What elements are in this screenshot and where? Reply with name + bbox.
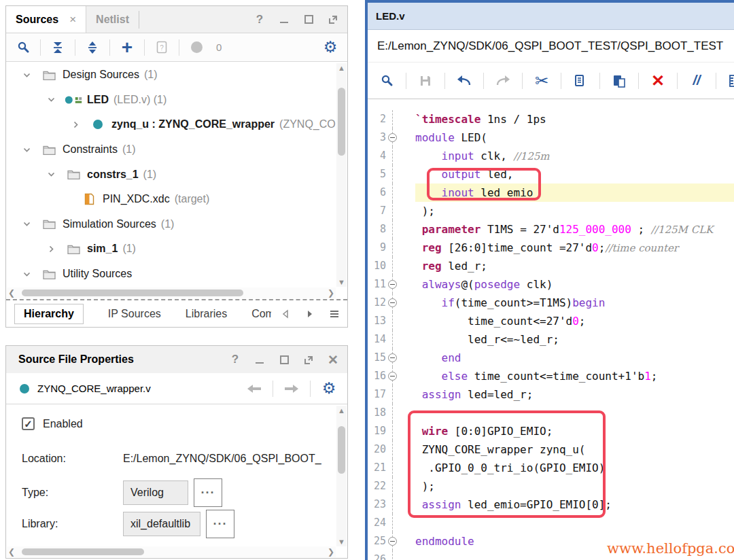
minimize-icon[interactable] (278, 14, 290, 26)
cut-icon[interactable]: ✂ (532, 71, 551, 90)
float-icon[interactable] (327, 14, 339, 26)
scroll-down-icon[interactable]: ▼ (336, 277, 347, 287)
properties-vertical-scrollbar[interactable]: ▲ ▼ (336, 406, 347, 546)
scrollbar-thumb[interactable] (338, 88, 345, 156)
code-line-8[interactable]: 8parameter T1MS = 27'd125_000_000 ; //12… (368, 220, 734, 239)
tree-row-simulation-sources[interactable]: Simulation Sources(1) (7, 212, 336, 237)
fold-toggle-icon[interactable] (388, 280, 397, 289)
code-line-4[interactable]: 4input clk, //125m (368, 147, 734, 165)
scroll-left-icon[interactable]: ❮ (7, 546, 16, 557)
type-browse-button[interactable]: ··· (194, 478, 222, 507)
tab-sources[interactable]: Sources × (6, 6, 86, 33)
code-line-14[interactable]: 14led_r<=~led_r; (368, 330, 734, 349)
code-line-7[interactable]: 7); (368, 202, 734, 220)
scroll-up-icon[interactable]: ▲ (336, 63, 347, 73)
type-input[interactable]: Verilog (123, 480, 188, 505)
enabled-checkbox[interactable]: ✓ (22, 417, 35, 430)
scroll-down-icon[interactable]: ▼ (336, 537, 347, 546)
collapse-all-icon[interactable] (49, 39, 67, 56)
tree-row-pin-xdc-xdc[interactable]: PIN_XDC.xdc(target) (7, 187, 336, 212)
code-line-3[interactable]: 3module LED( (368, 128, 734, 147)
undo-icon[interactable] (455, 71, 474, 90)
settings-icon[interactable]: ⚙ (320, 380, 338, 398)
chevron-down-icon[interactable] (18, 265, 35, 283)
nav-left-icon[interactable] (277, 305, 294, 323)
fold-toggle-icon[interactable] (388, 372, 397, 381)
scrollbar-thumb[interactable] (22, 548, 144, 555)
scroll-right-icon[interactable]: ❯ (326, 546, 336, 557)
tab-netlist[interactable]: Netlist (86, 6, 139, 33)
tree-row-led[interactable]: LED(LED.v) (1) (7, 88, 336, 113)
chevron-right-icon[interactable] (67, 116, 84, 133)
code-line-22[interactable]: 22); (368, 477, 734, 495)
properties-horizontal-scrollbar[interactable]: ❮ ❯ (7, 546, 336, 557)
sources-horizontal-scrollbar[interactable]: ❮ ❯ (7, 287, 336, 298)
expand-all-icon[interactable] (84, 39, 101, 56)
tree-row-design-sources[interactable]: Design Sources(1) (7, 63, 336, 88)
fold-toggle-icon[interactable] (388, 298, 397, 307)
chevron-down-icon[interactable] (18, 66, 35, 84)
float-icon[interactable] (302, 353, 315, 366)
scrollbar-thumb[interactable] (22, 290, 243, 296)
code-line-9[interactable]: 9reg [26:0]time_count =27'd0;//time coun… (368, 239, 734, 257)
add-icon[interactable]: + (118, 39, 136, 56)
code-line-2[interactable]: 2`timescale 1ns / 1ps (368, 110, 734, 128)
maximize-icon[interactable] (302, 14, 315, 26)
scroll-left-icon[interactable]: ❮ (7, 287, 16, 298)
maximize-icon[interactable] (278, 353, 290, 366)
comment-icon[interactable]: // (687, 71, 706, 90)
columns-icon[interactable] (726, 71, 734, 90)
library-input[interactable]: xil_defaultlib (123, 512, 200, 536)
close-icon[interactable]: × (69, 13, 76, 27)
code-line-16[interactable]: 16else time_count<=time_count+1'b1; (368, 367, 734, 385)
settings-icon[interactable]: ⚙ (321, 39, 339, 56)
scroll-right-icon[interactable]: ❯ (326, 287, 336, 298)
tree-row-utility-sources[interactable]: Utility Sources (7, 262, 336, 287)
code-line-12[interactable]: 12if(time_count>=T1MS)begin (368, 294, 734, 312)
bottom-tab-hierarchy[interactable]: Hierarchy (14, 304, 84, 324)
code-line-24[interactable]: 24 (368, 514, 734, 532)
paste-icon[interactable] (610, 71, 629, 90)
tree-row-zynq-u-zynq-core-wrapper[interactable]: zynq_u : ZYNQ_CORE_wrapper(ZYNQ_COR (7, 112, 336, 137)
fold-toggle-icon[interactable] (388, 537, 397, 546)
code-line-23[interactable]: 23assign led_emio=GPIO_EMIO[0]; (368, 495, 734, 514)
search-icon[interactable] (14, 39, 32, 56)
chevron-down-icon[interactable] (42, 166, 60, 183)
chevron-down-icon[interactable] (18, 141, 35, 158)
copy-icon[interactable] (571, 71, 590, 90)
messages-badge-icon[interactable] (188, 39, 205, 56)
code-line-10[interactable]: 10reg led_r; (368, 257, 734, 275)
search-icon[interactable] (377, 71, 396, 90)
code-line-5[interactable]: 5output led, (368, 165, 734, 183)
bottom-tab-ip-sources[interactable]: IP Sources (108, 308, 161, 320)
fold-toggle-icon[interactable] (388, 133, 397, 142)
forward-icon[interactable] (283, 380, 300, 398)
minimize-icon[interactable] (254, 353, 266, 366)
code-line-18[interactable]: 18 (368, 404, 734, 422)
code-line-20[interactable]: 20ZYNQ_CORE_wrapper zynq_u( (368, 440, 734, 459)
menu-icon[interactable] (326, 305, 343, 323)
tree-row-constraints[interactable]: Constraints(1) (7, 137, 336, 162)
code-line-6[interactable]: 6inout led_emio (368, 183, 734, 202)
chevron-down-icon[interactable] (18, 215, 35, 233)
chevron-right-icon[interactable] (42, 240, 60, 258)
save-icon[interactable] (416, 71, 435, 90)
editor-title-bar[interactable]: LED.v (368, 3, 734, 30)
back-icon[interactable] (245, 380, 263, 398)
delete-icon[interactable]: ✕ (648, 71, 667, 90)
tree-row-constrs-1[interactable]: constrs_1(1) (7, 162, 336, 187)
code-line-19[interactable]: 19wire [0:0]GPIO_EMIO; (368, 422, 734, 440)
tree-row-sim-1[interactable]: sim_1(1) (7, 237, 336, 262)
bottom-tab-libraries[interactable]: Libraries (186, 308, 227, 320)
sources-vertical-scrollbar[interactable]: ▲ ▼ (336, 63, 347, 287)
help-icon[interactable]: ? (254, 14, 266, 26)
nav-right-icon[interactable] (301, 305, 319, 323)
code-line-13[interactable]: 13time_count<=27'd0; (368, 312, 734, 330)
code-line-17[interactable]: 17assign led=led_r; (368, 385, 734, 404)
library-browse-button[interactable]: ··· (206, 510, 234, 538)
redo-icon[interactable] (493, 71, 512, 90)
code-line-11[interactable]: 11always@(posedge clk) (368, 275, 734, 294)
code-line-21[interactable]: 21.GPIO_0_0_tri_io(GPIO_EMIO) (368, 459, 734, 477)
scrollbar-thumb[interactable] (338, 426, 345, 474)
close-icon[interactable]: ✕ (327, 353, 339, 366)
